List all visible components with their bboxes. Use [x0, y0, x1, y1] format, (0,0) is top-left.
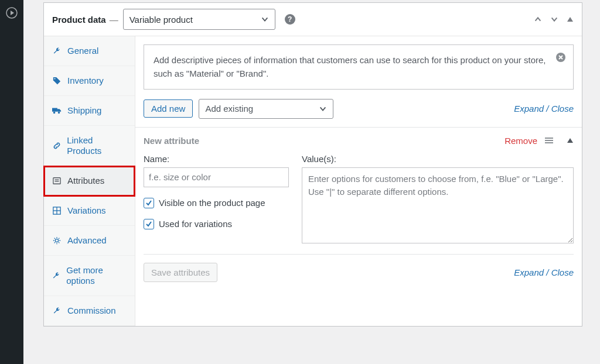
attributes-content: Add descriptive pieces of information th… [135, 36, 582, 326]
gear-icon [52, 236, 62, 245]
tab-commission[interactable]: Commission [44, 296, 135, 326]
notice-text: Add descriptive pieces of information th… [154, 55, 546, 78]
svg-point-6 [58, 112, 60, 114]
collapse-icon[interactable] [567, 16, 574, 23]
move-down-icon[interactable] [550, 15, 558, 23]
attribute-values-textarea[interactable] [302, 167, 574, 243]
product-data-panel: Product data — Variable product ? Genera… [43, 2, 582, 327]
tab-linked-products[interactable]: Linked Products [44, 126, 135, 166]
svg-rect-4 [52, 108, 57, 112]
wrench-icon [52, 272, 60, 280]
tab-label: Commission [67, 305, 116, 316]
tab-label: Linked Products [67, 135, 127, 156]
svg-marker-18 [567, 138, 573, 143]
tab-label: Shipping [67, 105, 101, 116]
svg-point-5 [53, 112, 56, 114]
drag-handle-icon[interactable] [544, 136, 554, 145]
panel-title: Product data [52, 15, 106, 25]
attributes-toolbar: Add new Add existing Expand / Close [144, 99, 574, 127]
tab-inventory[interactable]: Inventory [44, 66, 135, 96]
tab-label: Inventory [67, 75, 104, 86]
add-existing-placeholder: Add existing [205, 104, 253, 114]
add-existing-select[interactable]: Add existing [199, 99, 333, 119]
tab-label: General [67, 46, 98, 56]
product-tabs-sidebar: General Inventory Shipping Linked Produc… [44, 36, 135, 326]
attribute-name-input[interactable] [144, 167, 289, 187]
move-up-icon[interactable] [534, 15, 542, 23]
name-label: Name: [144, 154, 289, 164]
tab-shipping[interactable]: Shipping [44, 96, 135, 126]
panel-header: Product data — Variable product ? [44, 3, 582, 36]
tab-label: Attributes [67, 176, 104, 186]
tab-label: Get more options [66, 265, 127, 286]
tab-label: Advanced [67, 235, 107, 246]
attribute-values-column: Value(s): [302, 154, 574, 246]
values-label: Value(s): [302, 154, 574, 164]
wrench-icon [52, 47, 62, 55]
collapse-attribute-icon[interactable] [567, 137, 574, 144]
list-icon [52, 177, 62, 185]
info-notice: Add descriptive pieces of information th… [144, 44, 574, 90]
product-type-select[interactable]: Variable product [123, 9, 275, 30]
attributes-footer: Save attributes Expand / Close [144, 263, 574, 282]
tab-variations[interactable]: Variations [44, 196, 135, 226]
admin-sidebar [0, 0, 23, 364]
tab-advanced[interactable]: Advanced [44, 226, 135, 256]
chevron-down-icon [261, 15, 269, 23]
dismiss-icon[interactable] [555, 52, 566, 63]
svg-point-3 [54, 78, 55, 79]
variations-checkbox-row[interactable]: Used for variations [144, 219, 289, 229]
tab-label: Variations [67, 205, 106, 216]
product-type-value: Variable product [129, 15, 193, 25]
truck-icon [52, 107, 62, 115]
play-icon[interactable] [5, 6, 19, 20]
expand-close-link[interactable]: Expand / Close [514, 267, 574, 277]
svg-marker-1 [11, 11, 14, 15]
variations-label: Used for variations [159, 219, 232, 229]
tab-get-more-options[interactable]: Get more options [44, 256, 135, 296]
add-new-button[interactable]: Add new [144, 99, 193, 118]
attribute-heading: New attribute [144, 136, 199, 146]
wrench-icon [52, 307, 62, 315]
tag-icon [52, 77, 62, 85]
attribute-header: New attribute Remove [144, 128, 574, 154]
tab-attributes[interactable]: Attributes [44, 166, 135, 196]
link-icon [52, 142, 61, 150]
help-icon[interactable]: ? [285, 14, 295, 25]
tab-general[interactable]: General [44, 36, 135, 66]
visible-checkbox-row[interactable]: Visible on the product page [144, 198, 289, 208]
title-dash: — [110, 15, 118, 25]
attribute-name-column: Name: Visible on the product page Used f… [144, 154, 289, 246]
panel-header-actions [534, 15, 574, 23]
svg-marker-2 [567, 17, 573, 22]
attribute-body: Name: Visible on the product page Used f… [144, 154, 574, 255]
visible-label: Visible on the product page [159, 198, 265, 208]
svg-rect-7 [53, 178, 60, 184]
svg-point-13 [55, 239, 58, 242]
checkbox-icon [144, 219, 154, 229]
expand-close-link[interactable]: Expand / Close [514, 104, 574, 114]
grid-icon [52, 207, 62, 215]
checkbox-icon [144, 198, 154, 208]
save-attributes-button[interactable]: Save attributes [144, 263, 217, 282]
chevron-down-icon [319, 105, 327, 113]
remove-link[interactable]: Remove [504, 136, 537, 146]
